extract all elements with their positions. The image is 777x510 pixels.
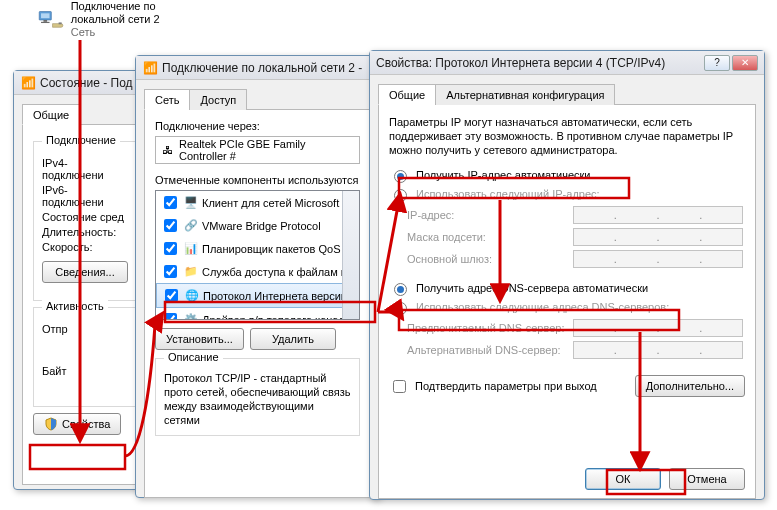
- checkbox[interactable]: [164, 219, 177, 232]
- components-list[interactable]: 🖥️Клиент для сетей Microsoft 🔗VMware Bri…: [155, 190, 360, 320]
- auto-ip-label: Получить IP-адрес автоматически: [416, 169, 590, 181]
- alt-dns-label: Альтернативный DNS-сервер:: [407, 344, 567, 356]
- confirm-label: Подтвердить параметры при выход: [415, 380, 597, 392]
- adapter-subtitle: Сеть: [71, 26, 178, 39]
- sent-row: Отпр: [42, 323, 129, 335]
- cancel-button[interactable]: Отмена: [669, 468, 745, 490]
- alt-dns-field: ...: [573, 341, 743, 359]
- list-item-ipv4[interactable]: 🌐Протокол Интернета версии 4 (: [156, 283, 359, 308]
- manual-ip-label: Использовать следующий IP-адрес:: [416, 188, 600, 200]
- install-button[interactable]: Установить...: [155, 328, 244, 350]
- checkbox[interactable]: [164, 265, 177, 278]
- group-connection: Подключение: [42, 134, 120, 146]
- driver-icon: ⚙️: [184, 313, 198, 320]
- confirm-checkbox[interactable]: [393, 380, 406, 393]
- tab-alt-config[interactable]: Альтернативная конфигурация: [435, 84, 615, 105]
- nic-icon: 🖧: [162, 144, 173, 156]
- duration-row: Длительность:: [42, 226, 129, 238]
- lan-mini-icon: 📶: [20, 75, 36, 91]
- manual-dns-label: Использовать следующие адреса DNS-сервер…: [416, 301, 669, 313]
- tcpip-window: Свойства: Протокол Интернета версии 4 (T…: [369, 50, 765, 500]
- ok-button[interactable]: ОК: [585, 468, 661, 490]
- tcpip-window-title: Свойства: Протокол Интернета версии 4 (T…: [376, 56, 665, 70]
- checkbox[interactable]: [164, 313, 177, 320]
- lan-mini-icon: 📶: [142, 60, 158, 76]
- checkbox[interactable]: [164, 242, 177, 255]
- bridge-icon: 🔗: [184, 219, 198, 232]
- tab-network[interactable]: Сеть: [144, 89, 190, 110]
- ipv4-row: IPv4-подключени: [42, 157, 129, 181]
- properties-button-label: Свойства: [62, 418, 110, 430]
- group-activity: Активность: [42, 300, 108, 312]
- help-button[interactable]: ?: [704, 55, 730, 71]
- adapter-name: Realtek PCIe GBE Family Controller #: [179, 138, 353, 162]
- svg-rect-4: [59, 22, 62, 24]
- status-window-title: Состояние - Под: [40, 76, 133, 90]
- radio-auto-dns[interactable]: [394, 283, 407, 296]
- close-button[interactable]: ✕: [732, 55, 758, 71]
- adapter-title: Подключение по локальной сети 2: [71, 0, 178, 26]
- radio-manual-ip[interactable]: [394, 189, 407, 202]
- tcpip-hint: Параметры IP могут назначаться автоматич…: [389, 115, 745, 157]
- properties-button[interactable]: Свойства: [33, 413, 121, 435]
- svg-rect-1: [41, 13, 49, 18]
- adapter-properties-window: 📶 Подключение по локальной сети 2 - Сеть…: [135, 55, 380, 498]
- advanced-button[interactable]: Дополнительно...: [635, 375, 745, 397]
- ipv6-row: IPv6-подключени: [42, 184, 129, 208]
- svg-rect-3: [41, 21, 49, 22]
- ip-field: ...: [573, 206, 743, 224]
- radio-auto-ip[interactable]: [394, 170, 407, 183]
- lan-icon: [38, 2, 65, 38]
- gateway-label: Основной шлюз:: [407, 253, 567, 265]
- props-titlebar[interactable]: 📶 Подключение по локальной сети 2 -: [136, 56, 379, 80]
- pref-dns-field: ...: [573, 319, 743, 337]
- auto-dns-label: Получить адрес DNS-сервера автоматически: [416, 282, 648, 294]
- pref-dns-label: Предпочитаемый DNS-сервер:: [407, 322, 567, 334]
- props-window-title: Подключение по локальной сети 2 -: [162, 61, 362, 75]
- mask-field: ...: [573, 228, 743, 246]
- tab-general[interactable]: Общие: [378, 84, 436, 105]
- mask-label: Маска подсети:: [407, 231, 567, 243]
- list-item: 📊Планировщик пакетов QoS: [156, 237, 359, 260]
- shield-icon: [44, 417, 58, 431]
- components-label: Отмеченные компоненты используются: [155, 174, 360, 186]
- tcpip-titlebar[interactable]: Свойства: Протокол Интернета версии 4 (T…: [370, 51, 764, 75]
- radio-manual-dns[interactable]: [394, 302, 407, 315]
- tab-general[interactable]: Общие: [22, 104, 80, 125]
- speed-row: Скорость:: [42, 241, 129, 253]
- client-icon: 🖥️: [184, 196, 198, 209]
- list-item: ⚙️Драйвер в/в тополога канально: [156, 308, 359, 320]
- ipv4-icon: 🌐: [185, 289, 199, 302]
- gateway-field: ...: [573, 250, 743, 268]
- description-legend: Описание: [164, 351, 223, 363]
- bytes-row: Байт: [42, 365, 129, 377]
- remove-button[interactable]: Удалить: [250, 328, 336, 350]
- network-adapter-icon[interactable]: Подключение по локальной сети 2 Сеть: [38, 0, 178, 39]
- media-row: Состояние сред: [42, 211, 129, 223]
- list-item: 🔗VMware Bridge Protocol: [156, 214, 359, 237]
- details-button[interactable]: Сведения...: [42, 261, 128, 283]
- tab-access[interactable]: Доступ: [189, 89, 247, 110]
- qos-icon: 📊: [184, 242, 198, 255]
- adapter-readout: 🖧 Realtek PCIe GBE Family Controller #: [155, 136, 360, 164]
- share-icon: 📁: [184, 265, 198, 278]
- list-item: 🖥️Клиент для сетей Microsoft: [156, 191, 359, 214]
- list-item: 📁Служба доступа к файлам и при: [156, 260, 359, 283]
- ip-label: IP-адрес:: [407, 209, 567, 221]
- checkbox[interactable]: [164, 196, 177, 209]
- description-text: Протокол TCP/IP - стандартный прото сете…: [164, 371, 351, 427]
- checkbox[interactable]: [165, 289, 178, 302]
- connect-via-label: Подключение через:: [155, 120, 360, 132]
- svg-rect-2: [43, 20, 47, 22]
